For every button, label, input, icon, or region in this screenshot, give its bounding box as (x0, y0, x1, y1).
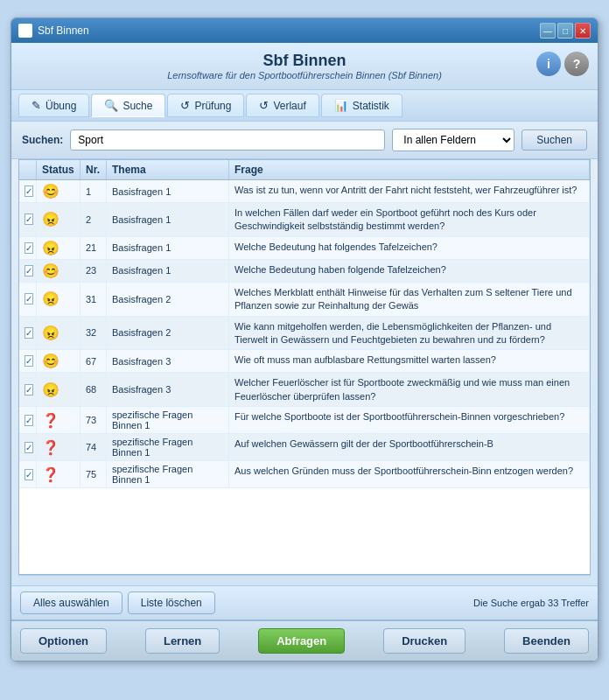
action-bar-left: Alles auswählen Liste löschen (20, 592, 215, 614)
table-row[interactable]: ✓ 😠 31 Basisfragen 2 Welches Merkblatt e… (19, 283, 590, 317)
titlebar-controls: — □ ✕ (540, 23, 591, 38)
row-checkbox[interactable]: ✓ (24, 186, 33, 197)
row-checkbox[interactable]: ✓ (24, 293, 33, 304)
status-icon: ❓ (42, 412, 60, 429)
cell-checkbox[interactable]: ✓ (19, 180, 37, 202)
cell-frage: Wie kann mitgeholfen werden, die Lebensm… (229, 317, 590, 350)
row-checkbox[interactable]: ✓ (24, 214, 33, 225)
cell-nr: 1 (80, 180, 107, 202)
cell-checkbox[interactable]: ✓ (19, 373, 37, 406)
cell-checkbox[interactable]: ✓ (19, 434, 37, 460)
table-row[interactable]: ✓ 😠 21 Basisfragen 1 Welche Bedeutung ha… (19, 237, 590, 260)
table-row[interactable]: ✓ 😠 68 Basisfragen 3 Welcher Feuerlösche… (19, 373, 590, 407)
table-row[interactable]: ✓ 😊 23 Basisfragen 1 Welche Bedeutung ha… (19, 260, 590, 283)
tab-suche[interactable]: 🔍 Suche (91, 94, 165, 117)
tab-statistik-label: Statistik (353, 100, 389, 112)
search-label: Suchen: (22, 134, 63, 146)
search-input[interactable] (70, 130, 385, 150)
table-row[interactable]: ✓ 😊 1 Basisfragen 1 Was ist zu tun, wenn… (19, 180, 590, 203)
table-row[interactable]: ✓ ❓ 73 spezifische Fragen Binnen 1 Für w… (19, 407, 590, 434)
status-icon: ❓ (42, 439, 60, 456)
close-button[interactable]: ✕ (575, 23, 591, 38)
info-button[interactable]: i (536, 52, 561, 76)
status-icon: 😠 (42, 325, 60, 341)
cell-checkbox[interactable]: ✓ (19, 407, 37, 433)
app-icon (18, 24, 32, 38)
tab-pruefung-label: Prüfung (194, 100, 231, 112)
table-row[interactable]: ✓ ❓ 74 spezifische Fragen Binnen 1 Auf w… (19, 434, 590, 461)
cell-checkbox[interactable]: ✓ (19, 203, 37, 236)
cell-status: ❓ (37, 461, 80, 487)
app-subtitle: Lernsoftware für den Sportbootführersche… (25, 70, 584, 80)
cell-frage: Wie oft muss man aufblasbare Rettungsmit… (229, 350, 590, 372)
row-checkbox[interactable]: ✓ (24, 442, 33, 453)
tab-verlauf[interactable]: ↺ Verlauf (246, 94, 318, 117)
cell-status: ❓ (37, 407, 80, 433)
col-frage: Frage (229, 160, 590, 179)
cell-checkbox[interactable]: ✓ (19, 350, 37, 372)
cell-checkbox[interactable]: ✓ (19, 283, 37, 316)
table-row[interactable]: ✓ 😠 2 Basisfragen 1 In welchen Fällen da… (19, 203, 590, 237)
row-checkbox[interactable]: ✓ (24, 384, 33, 396)
cell-thema: Basisfragen 2 (107, 317, 229, 350)
cell-frage: Auf welchen Gewässern gilt der der Sport… (229, 434, 590, 460)
status-icon: 😊 (42, 353, 60, 369)
table-body: ✓ 😊 1 Basisfragen 1 Was ist zu tun, wenn… (19, 180, 590, 574)
lernen-button[interactable]: Lernen (145, 628, 220, 654)
tab-pruefung[interactable]: ↺ Prüfung (167, 94, 244, 117)
tab-statistik[interactable]: 📊 Statistik (321, 94, 402, 117)
header-icons: i ? (536, 52, 589, 76)
status-icon: 😠 (42, 240, 60, 256)
optionen-button[interactable]: Optionen (20, 628, 107, 654)
search-bar: Suchen: In allen Feldern Frage Thema Nr.… (11, 122, 598, 159)
cell-thema: spezifische Fragen Binnen 1 (107, 461, 229, 487)
uebung-icon: ✎ (32, 99, 41, 112)
row-checkbox[interactable]: ✓ (24, 355, 33, 367)
cell-thema: Basisfragen 3 (107, 350, 229, 372)
cell-checkbox[interactable]: ✓ (19, 237, 37, 259)
select-all-button[interactable]: Alles auswählen (20, 592, 122, 614)
footer: Optionen Lernen Abfragen Drucken Beenden (11, 620, 598, 661)
col-thema: Thema (107, 160, 229, 179)
maximize-button[interactable]: □ (557, 23, 573, 38)
status-icon: 😊 (42, 262, 60, 279)
cell-frage: Welche Bedeutung hat folgendes Tafelzeic… (229, 237, 590, 259)
table-row[interactable]: ✓ ❓ 75 spezifische Fragen Binnen 1 Aus w… (19, 461, 590, 488)
row-checkbox[interactable]: ✓ (24, 327, 33, 339)
search-field-select[interactable]: In allen Feldern Frage Thema Nr. (392, 129, 514, 151)
abfragen-button[interactable]: Abfragen (258, 628, 345, 654)
cell-thema: Basisfragen 3 (107, 373, 229, 406)
main-window: Sbf Binnen — □ ✕ Sbf Binnen Lernsoftware… (10, 18, 598, 662)
cell-status: 😠 (37, 283, 80, 316)
cell-checkbox[interactable]: ✓ (19, 461, 37, 487)
row-checkbox[interactable]: ✓ (24, 415, 33, 426)
action-bar: Alles auswählen Liste löschen Die Suche … (11, 585, 598, 620)
cell-thema: spezifische Fragen Binnen 1 (107, 407, 229, 433)
horizontal-scrollbar[interactable] (18, 575, 591, 585)
cell-nr: 2 (80, 203, 107, 236)
titlebar-text: Sbf Binnen (38, 24, 89, 37)
cell-nr: 32 (80, 317, 107, 350)
row-checkbox[interactable]: ✓ (24, 469, 33, 480)
search-button[interactable]: Suchen (522, 130, 587, 150)
table-row[interactable]: ✓ 😠 32 Basisfragen 2 Wie kann mitgeholfe… (19, 317, 590, 351)
cell-frage: Welche Bedeutung haben folgende Tafelzei… (229, 260, 590, 282)
cell-thema: Basisfragen 2 (107, 283, 229, 316)
table-header: Status Nr. Thema Frage (19, 160, 590, 180)
cell-status: 😊 (37, 180, 80, 202)
beenden-button[interactable]: Beenden (504, 628, 589, 654)
status-icon: 😊 (42, 183, 60, 200)
row-checkbox[interactable]: ✓ (24, 242, 33, 254)
table-row[interactable]: ✓ 😊 67 Basisfragen 3 Wie oft muss man au… (19, 350, 590, 373)
cell-checkbox[interactable]: ✓ (19, 260, 37, 282)
status-icon: 😠 (42, 211, 60, 228)
row-checkbox[interactable]: ✓ (24, 265, 33, 276)
clear-list-button[interactable]: Liste löschen (128, 592, 215, 614)
help-button[interactable]: ? (564, 52, 589, 76)
cell-status: 😠 (37, 373, 80, 406)
cell-checkbox[interactable]: ✓ (19, 317, 37, 350)
cell-frage: Welcher Feuerlöscher ist für Sportboote … (229, 373, 590, 406)
minimize-button[interactable]: — (540, 23, 556, 38)
tab-uebung[interactable]: ✎ Übung (18, 94, 89, 117)
drucken-button[interactable]: Drucken (383, 628, 466, 654)
